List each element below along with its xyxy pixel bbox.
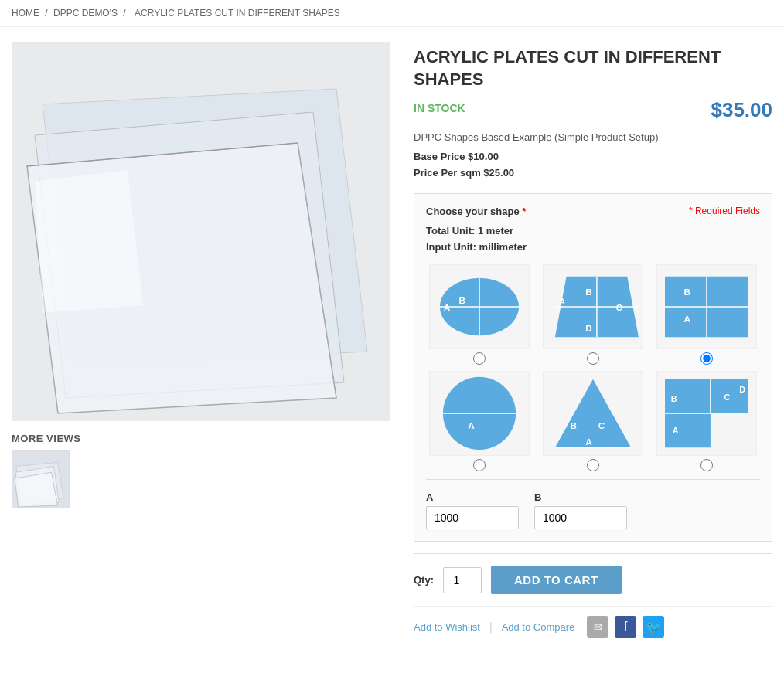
product-images: MORE VIEWS	[12, 42, 390, 647]
product-info: ACRYLIC PLATES CUT IN DIFFERENT SHAPES I…	[414, 42, 772, 647]
shape-cell-3: B A	[653, 264, 760, 365]
shape-cell-2: B A C D	[540, 264, 647, 365]
more-views-label: MORE VIEWS	[12, 433, 390, 444]
product-page: MORE VIEWS ACRYLIC PLATES CUT IN DIFFERE…	[0, 27, 784, 662]
shape-header: Choose your shape * * Required Fields	[426, 206, 760, 217]
shape-image-5: B C A	[543, 371, 643, 456]
shape-image-3: B A	[656, 264, 757, 349]
dimension-inputs: A B	[426, 479, 760, 529]
dim-group-b: B	[534, 491, 627, 529]
add-to-compare-link[interactable]: Add to Compare	[502, 621, 575, 633]
svg-text:C: C	[598, 420, 605, 430]
breadcrumb-sep2: /	[123, 8, 125, 19]
product-description: DPPC Shapes Based Example (Simple Produc…	[414, 131, 772, 143]
unit-info: Total Unit: 1 meter Input Unit: millimet…	[426, 223, 760, 256]
svg-text:A: A	[559, 296, 566, 306]
svg-text:A: A	[469, 420, 476, 430]
price-details: Base Price $10.00 Price Per sqm $25.00	[414, 149, 772, 182]
shape-radio-1[interactable]	[473, 352, 486, 365]
cart-section: Qty: ADD TO CART	[414, 553, 772, 606]
breadcrumb-sep1: /	[45, 8, 47, 19]
social-icons: ✉ f 🐦	[587, 616, 664, 638]
qty-label: Qty:	[414, 574, 434, 586]
product-title: ACRYLIC PLATES CUT IN DIFFERENT SHAPES	[414, 46, 772, 90]
svg-text:B: B	[671, 395, 677, 404]
svg-text:B: B	[683, 287, 690, 298]
price-per-sqm: Price Per sqm $25.00	[414, 167, 514, 178]
svg-text:A: A	[444, 302, 451, 312]
svg-text:C: C	[615, 302, 622, 312]
thumbnail-list	[12, 450, 390, 508]
svg-text:C: C	[724, 393, 730, 403]
social-section: Add to Wishlist | Add to Compare ✉ f 🐦	[414, 606, 772, 647]
shape-cell-4: A	[426, 371, 533, 471]
product-svg	[12, 42, 390, 421]
svg-marker-4	[35, 170, 143, 313]
add-to-cart-button[interactable]: ADD TO CART	[491, 566, 622, 594]
breadcrumb: HOME / DPPC DEMO'S / ACRYLIC PLATES CUT …	[0, 0, 784, 27]
email-share-icon[interactable]: ✉	[587, 616, 608, 638]
shape-image-6: B A C D	[656, 371, 757, 456]
add-to-wishlist-link[interactable]: Add to Wishlist	[414, 621, 480, 633]
dim-label-a: A	[426, 491, 519, 503]
shape-image-2: B A C D	[543, 264, 643, 349]
shape-selector: Choose your shape * * Required Fields To…	[414, 193, 772, 542]
svg-marker-10	[15, 472, 57, 507]
dim-group-a: A	[426, 491, 519, 529]
base-price: Base Price $10.00	[414, 151, 499, 162]
shape-cell-1: B A	[426, 264, 533, 365]
shape-radio-3[interactable]	[700, 352, 713, 365]
dim-label-b: B	[534, 491, 627, 503]
shape-radio-4[interactable]	[473, 459, 486, 471]
main-price: $35.00	[711, 98, 772, 122]
svg-text:B: B	[571, 420, 578, 430]
svg-text:A: A	[672, 427, 678, 436]
dim-input-b[interactable]	[534, 506, 627, 529]
price-section: IN STOCK $35.00	[414, 98, 772, 122]
breadcrumb-current: ACRYLIC PLATES CUT IN DIFFERENT SHAPES	[135, 8, 340, 19]
qty-input[interactable]	[443, 567, 482, 593]
social-divider-1: |	[489, 620, 493, 633]
shape-cell-6: B A C D	[653, 371, 760, 471]
svg-text:A: A	[585, 437, 592, 447]
shape-radio-2[interactable]	[587, 352, 599, 365]
svg-text:D: D	[585, 324, 592, 334]
svg-text:B: B	[459, 295, 466, 305]
svg-text:D: D	[739, 386, 745, 395]
breadcrumb-demos[interactable]: DPPC DEMO'S	[53, 8, 118, 19]
twitter-share-icon[interactable]: 🐦	[643, 616, 664, 638]
dim-input-a[interactable]	[426, 506, 519, 529]
required-fields-text: * Required Fields	[689, 206, 760, 216]
shape-image-4: A	[429, 371, 530, 456]
facebook-share-icon[interactable]: f	[615, 616, 636, 638]
svg-text:A: A	[683, 314, 690, 324]
shape-radio-5[interactable]	[587, 459, 599, 471]
breadcrumb-home[interactable]: HOME	[12, 8, 39, 19]
thumbnail-1[interactable]	[12, 450, 70, 508]
thumbnail-svg	[12, 451, 69, 508]
choose-shape-label: Choose your shape *	[426, 206, 526, 217]
svg-text:B: B	[585, 287, 592, 298]
shape-cell-5: B C A	[540, 371, 647, 471]
shapes-grid: B A B A	[426, 264, 760, 471]
shape-image-1: B A	[429, 264, 530, 349]
main-product-image	[12, 42, 390, 421]
shape-radio-6[interactable]	[700, 459, 713, 471]
stock-status: IN STOCK	[414, 102, 465, 114]
required-marker: *	[522, 206, 526, 217]
